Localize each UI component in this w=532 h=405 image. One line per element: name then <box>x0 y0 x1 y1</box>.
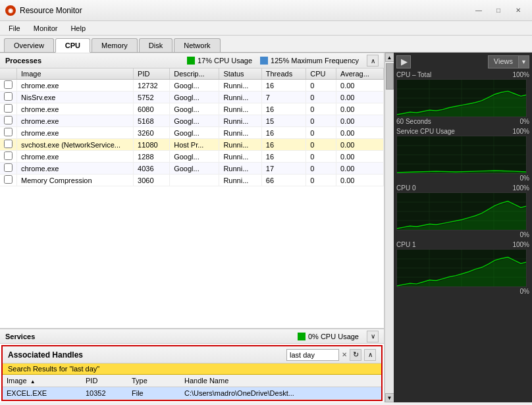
expand-button[interactable]: ▶ <box>396 55 411 68</box>
scroll-thumb[interactable] <box>386 63 394 90</box>
row-threads: 15 <box>261 115 306 127</box>
handles-header: Associated Handles ✕ ↻ ∧ <box>3 346 381 364</box>
row-checkbox[interactable] <box>0 92 17 103</box>
processes-table-container[interactable]: Image PID Descrip... Status Threads CPU … <box>0 68 384 213</box>
cpu1-graph-block: CPU 1 100% <box>396 241 529 295</box>
row-checkbox[interactable] <box>0 115 17 127</box>
scrollbar[interactable]: ▲ ▼ <box>385 53 394 402</box>
row-image: chrome.exe <box>17 163 134 175</box>
row-threads: 66 <box>261 175 306 186</box>
handles-section: Associated Handles ✕ ↻ ∧ Search Results … <box>1 345 383 401</box>
handles-table-header: Image ▲ PID Type Handle Name <box>3 375 381 387</box>
row-desc: Googl... <box>170 92 219 103</box>
tab-overview[interactable]: Overview <box>4 38 54 52</box>
menu-help[interactable]: Help <box>65 22 92 34</box>
maximize-button[interactable]: □ <box>490 4 507 17</box>
services-title: Services <box>5 333 35 340</box>
row-checkbox[interactable] <box>0 127 17 139</box>
close-button[interactable]: ✕ <box>510 4 527 17</box>
menu-file[interactable]: File <box>3 22 26 34</box>
handles-search-clear-icon[interactable]: ✕ <box>342 351 347 358</box>
row-status: Runni... <box>219 139 261 151</box>
handles-col-handlename[interactable]: Handle Name <box>180 376 381 385</box>
row-cpu: 0 <box>306 175 336 186</box>
row-cpu: 0 <box>306 103 336 115</box>
row-checkbox[interactable] <box>0 163 17 175</box>
col-desc[interactable]: Descrip... <box>170 68 219 80</box>
row-checkbox[interactable] <box>0 80 17 92</box>
table-row[interactable]: chrome.exe 5168 Googl... Runni... 15 0 0… <box>0 115 384 127</box>
handles-refresh-button[interactable]: ↻ <box>350 349 361 361</box>
row-threads: 16 <box>261 127 306 139</box>
table-row[interactable]: Memory Compression 3060 Runni... 66 0 0.… <box>0 175 384 186</box>
table-row[interactable]: svchost.exe (NetworkService... 11080 Hos… <box>0 139 384 151</box>
processes-collapse-button[interactable]: ∧ <box>367 55 379 67</box>
row-checkbox[interactable] <box>0 175 17 186</box>
handles-search-input[interactable] <box>286 349 339 361</box>
menu-bar: File Monitor Help <box>0 21 532 36</box>
table-row[interactable]: chrome.exe 6080 Googl... Runni... 16 0 0… <box>0 103 384 115</box>
row-desc: Googl... <box>170 127 219 139</box>
row-desc: Host Pr... <box>170 139 219 151</box>
col-cpu[interactable]: CPU <box>306 68 336 80</box>
handles-col-image[interactable]: Image ▲ <box>3 376 82 385</box>
table-row[interactable]: chrome.exe 1288 Googl... Runni... 16 0 0… <box>0 151 384 163</box>
handles-pid: 10352 <box>82 389 128 398</box>
row-checkbox[interactable] <box>0 151 17 163</box>
views-dropdown-arrow[interactable]: ▼ <box>519 55 529 68</box>
processes-table-area: Image PID Descrip... Status Threads CPU … <box>0 68 384 328</box>
table-row[interactable]: chrome.exe 4036 Googl... Runni... 17 0 0… <box>0 163 384 175</box>
col-status[interactable]: Status <box>219 68 261 80</box>
row-status: Runni... <box>219 127 261 139</box>
handles-col-pid[interactable]: PID <box>82 376 128 385</box>
handles-rows: EXCEL.EXE 10352 File C:\Users\madro\OneD… <box>3 387 381 400</box>
table-row[interactable]: NisSrv.exe 5752 Googl... Runni... 7 0 0.… <box>0 92 384 103</box>
cpu-total-pct-bottom: 0% <box>520 118 529 125</box>
time-label: 60 Seconds <box>396 118 431 125</box>
scroll-up-arrow[interactable]: ▲ <box>385 53 394 62</box>
minimize-button[interactable]: — <box>470 4 487 17</box>
table-row[interactable]: chrome.exe 3260 Googl... Runni... 16 0 0… <box>0 127 384 139</box>
table-row[interactable]: chrome.exe 12732 Googl... Runni... 16 0 … <box>0 80 384 92</box>
services-collapse-button[interactable]: ∨ <box>367 331 379 342</box>
tab-cpu[interactable]: CPU <box>55 38 90 53</box>
col-pid[interactable]: PID <box>134 68 170 80</box>
col-image[interactable]: Image <box>17 68 134 80</box>
row-image: NisSrv.exe <box>17 92 134 103</box>
row-status: Runni... <box>219 175 261 186</box>
menu-monitor[interactable]: Monitor <box>28 22 64 34</box>
right-panel: ▶ Views ▼ CPU – Total 100% <box>394 53 532 402</box>
cpu-total-label: CPU – Total <box>396 71 431 78</box>
row-threads: 16 <box>261 139 306 151</box>
cpu-usage-label: 17% CPU Usage <box>198 57 252 65</box>
handles-title: Associated Handles <box>8 350 83 360</box>
row-pid: 12732 <box>134 80 170 92</box>
row-checkbox[interactable] <box>0 103 17 115</box>
handles-collapse-button[interactable]: ∧ <box>364 349 376 361</box>
row-image: chrome.exe <box>17 80 134 92</box>
service-cpu-pct-bottom: 0% <box>520 175 529 182</box>
scroll-down-arrow[interactable]: ▼ <box>385 393 394 402</box>
tab-disk[interactable]: Disk <box>139 38 173 52</box>
col-threads[interactable]: Threads <box>261 68 306 80</box>
row-avg: 0.00 <box>336 103 384 115</box>
cpu0-graph <box>396 192 527 230</box>
cpu1-label: CPU 1 <box>396 241 415 248</box>
tab-memory[interactable]: Memory <box>92 38 138 52</box>
row-cpu: 0 <box>306 92 336 103</box>
views-button[interactable]: Views <box>488 55 519 68</box>
tab-network[interactable]: Network <box>174 38 220 52</box>
row-checkbox[interactable] <box>0 139 17 151</box>
col-avg[interactable]: Averag... <box>336 68 384 80</box>
service-cpu-graph <box>396 136 527 174</box>
row-pid: 3060 <box>134 175 170 186</box>
processes-info: 17% CPU Usage 125% Maximum Frequency ∧ <box>187 55 379 67</box>
row-avg: 0.00 <box>336 127 384 139</box>
handles-col-type[interactable]: Type <box>128 376 180 385</box>
row-pid: 5752 <box>134 92 170 103</box>
row-pid: 11080 <box>134 139 170 151</box>
handles-image: EXCEL.EXE <box>3 389 82 398</box>
row-threads: 16 <box>261 103 306 115</box>
right-panel-header: ▶ Views ▼ <box>396 55 529 68</box>
handles-row[interactable]: EXCEL.EXE 10352 File C:\Users\madro\OneD… <box>3 387 381 400</box>
